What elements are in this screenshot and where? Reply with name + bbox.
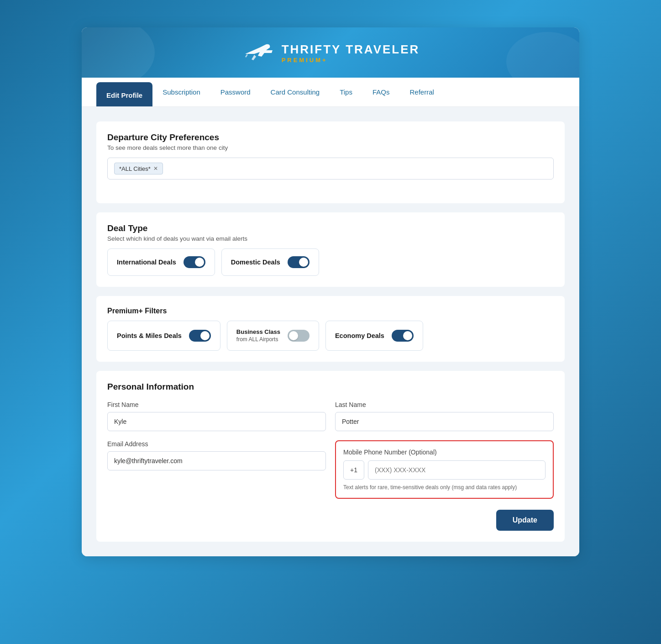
points-miles-knob [200,331,210,340]
economy-deals-slider[interactable] [392,330,414,342]
international-toggle-knob [195,258,204,267]
logo-subtitle: PREMIUM+ [282,57,328,63]
nav-item-password[interactable]: Password [210,79,261,105]
points-miles-slider[interactable] [189,330,211,342]
domestic-deals-toggle[interactable] [288,256,310,268]
personal-info-section: Personal Information First Name Last Nam… [96,371,565,542]
deal-type-subtitle: Select which kind of deals you want via … [107,235,554,242]
economy-deals-label: Economy Deals [335,332,384,339]
domestic-deals-label: Domestic Deals [231,259,280,266]
nav-item-tips[interactable]: Tips [330,79,362,105]
departure-city-title: Departure City Preferences [107,132,554,143]
city-tag-close-icon[interactable]: ✕ [153,165,158,172]
city-tag-all[interactable]: *ALL Cities* ✕ [114,163,163,174]
content: Departure City Preferences To see more d… [82,107,579,556]
domestic-toggle-knob [299,258,308,267]
business-class-toggle[interactable] [288,330,310,342]
email-label: Email Address [107,440,326,448]
logo-title: THRIFTY TRAVELER [282,42,420,57]
economy-deals-card: Economy Deals [325,321,423,351]
nav-item-faqs[interactable]: FAQs [362,79,400,105]
email-group: Email Address [107,440,326,499]
nav-item-card-consulting[interactable]: Card Consulting [261,79,330,105]
nav-item-edit-profile[interactable]: Edit Profile [96,82,152,106]
form-footer: Update [107,510,554,531]
last-name-label: Last Name [335,401,554,408]
last-name-group: Last Name [335,401,554,431]
points-miles-label: Points & Miles Deals [117,332,182,339]
plane-icon [241,41,274,65]
business-class-label2: from ALL Airports [236,336,280,343]
international-deals-label: International Deals [117,259,176,266]
economy-deals-toggle[interactable] [392,330,414,342]
phone-hint: Text alerts for rare, time-sensitive dea… [343,484,546,491]
business-class-knob [289,331,298,340]
deal-type-title: Deal Type [107,223,554,233]
first-name-group: First Name [107,401,326,431]
phone-section: Mobile Phone Number (Optional) +1 Text a… [335,440,554,499]
premium-filters-title: Premium+ Filters [107,307,554,315]
phone-input-row: +1 [343,460,546,480]
international-toggle-slider[interactable] [184,256,205,268]
departure-city-subtitle: To see more deals select more than one c… [107,144,554,151]
business-class-slider[interactable] [288,330,310,342]
points-miles-card: Points & Miles Deals [107,321,220,351]
departure-city-section: Departure City Preferences To see more d… [96,121,565,203]
phone-label: Mobile Phone Number (Optional) [343,449,546,456]
first-name-label: First Name [107,401,326,408]
phone-input[interactable] [368,460,546,480]
phone-group: Mobile Phone Number (Optional) +1 Text a… [335,440,554,499]
domestic-toggle-slider[interactable] [288,256,310,268]
nav: Edit ProfileSubscriptionPasswordCard Con… [82,78,579,107]
phone-code: +1 [343,460,364,480]
deal-type-toggles: International Deals Domestic Deals [107,248,554,276]
first-name-input[interactable] [107,412,326,431]
contact-row: Email Address Mobile Phone Number (Optio… [107,440,554,499]
email-input[interactable] [107,451,326,470]
economy-deals-knob [403,331,412,340]
logo-area: THRIFTY TRAVELER PREMIUM+ [91,41,570,65]
domestic-deals-card: Domestic Deals [221,248,319,276]
international-deals-toggle[interactable] [184,256,205,268]
city-tag-label: *ALL Cities* [119,165,151,172]
business-class-label: Business Class [236,328,280,336]
nav-item-subscription[interactable]: Subscription [152,79,210,105]
header: THRIFTY TRAVELER PREMIUM+ [82,27,579,78]
premium-toggles-row: Points & Miles Deals Business Class from… [107,321,554,351]
nav-item-referral[interactable]: Referral [399,79,444,105]
international-deals-card: International Deals [107,248,215,276]
name-row: First Name Last Name [107,401,554,431]
business-class-card: Business Class from ALL Airports [227,321,319,351]
personal-info-title: Personal Information [107,382,554,392]
update-button[interactable]: Update [496,510,554,531]
premium-filters-section: Premium+ Filters Points & Miles Deals Bu… [96,296,565,362]
points-miles-toggle[interactable] [189,330,211,342]
deal-type-section: Deal Type Select which kind of deals you… [96,212,565,287]
last-name-input[interactable] [335,412,554,431]
logo-text: THRIFTY TRAVELER PREMIUM+ [282,42,420,63]
city-tags-container[interactable]: *ALL Cities* ✕ [107,158,554,179]
main-card: THRIFTY TRAVELER PREMIUM+ Edit ProfileSu… [82,27,579,556]
